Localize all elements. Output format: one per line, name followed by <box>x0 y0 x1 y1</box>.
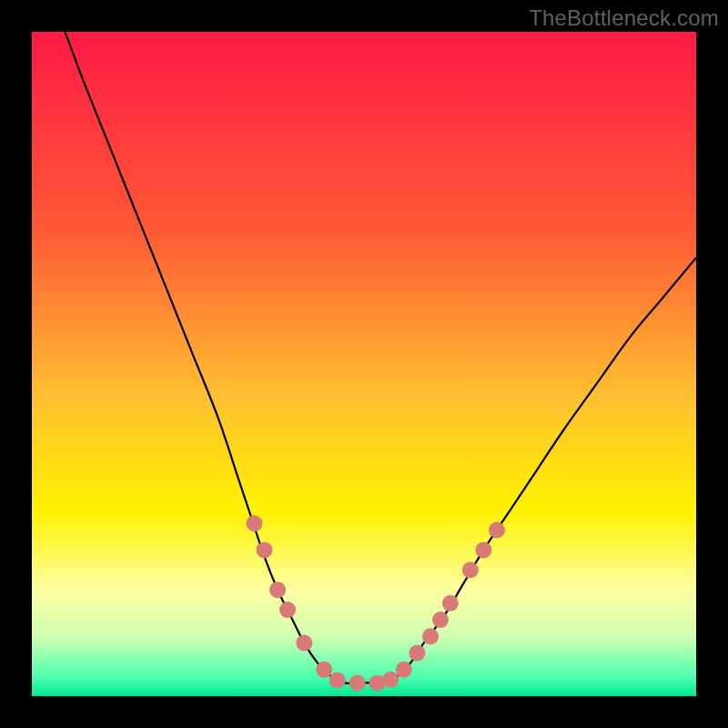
curve-dot <box>349 674 366 691</box>
gradient-background <box>32 32 696 696</box>
chart-frame: TheBottleneck.com <box>0 0 728 728</box>
curve-dot <box>462 561 479 578</box>
curve-dot <box>422 628 439 644</box>
plot-area <box>32 32 696 696</box>
chart-svg <box>32 32 696 696</box>
watermark-text: TheBottleneck.com <box>529 5 719 31</box>
curve-dot <box>247 515 263 531</box>
curve-dot <box>396 662 412 678</box>
curve-dot <box>329 672 346 688</box>
curve-dot <box>475 541 491 558</box>
curve-dot <box>382 672 399 688</box>
curve-dot <box>257 541 273 558</box>
curve-dot <box>296 635 312 652</box>
curve-dot <box>316 662 332 678</box>
curve-dot <box>409 645 425 662</box>
curve-dot <box>442 595 459 612</box>
curve-dot <box>432 612 449 628</box>
curve-dot <box>489 522 505 539</box>
curve-dot <box>269 581 286 598</box>
curve-dot <box>279 602 296 618</box>
